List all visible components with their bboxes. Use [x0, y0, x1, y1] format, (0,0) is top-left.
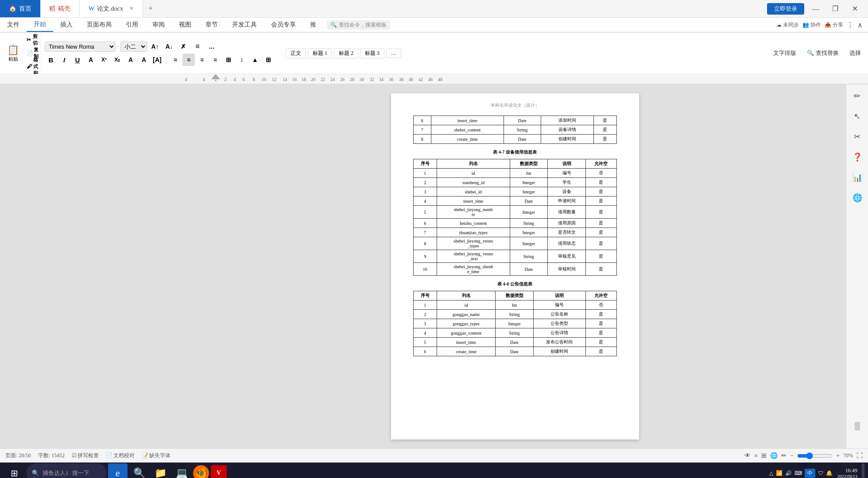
taskbar-computer-icon[interactable]: 💻 — [172, 463, 191, 478]
panel-icon-help[interactable]: ❓ — [849, 149, 865, 165]
tab-push[interactable]: 推 — [303, 18, 323, 32]
size-select[interactable]: 小二 — [120, 42, 147, 52]
format-btn1[interactable]: ≡ — [191, 40, 204, 53]
close-button[interactable]: ✕ — [847, 1, 863, 17]
notification-icon[interactable]: 🔔 — [826, 470, 833, 477]
collab-btn[interactable]: 👥 协作 — [802, 21, 821, 29]
tab-insert[interactable]: 插入 — [53, 18, 80, 32]
tab-page-layout[interactable]: 页面布局 — [80, 18, 119, 32]
search-box[interactable]: 🔍 查找命令，搜索模板 — [327, 20, 390, 30]
panel-icon-cursor[interactable]: ↖ — [849, 108, 865, 124]
panel-icon-globe[interactable]: 🌐 — [849, 190, 865, 206]
keyboard-icon[interactable]: ⌨ — [794, 470, 802, 477]
new-tab-button[interactable]: + — [143, 0, 158, 17]
grid-view[interactable]: ⊞ — [761, 452, 767, 459]
subscript-button[interactable]: X₂ — [111, 54, 124, 66]
taskbar-search-icon[interactable]: 🔍 — [129, 463, 149, 478]
taskbar-orange-icon[interactable]: 🐠 — [193, 465, 209, 478]
align-left-button[interactable]: ≡ — [169, 54, 182, 66]
input-method[interactable]: 中 — [805, 469, 815, 478]
vertical-scrollbar[interactable] — [855, 422, 860, 448]
align-center-button[interactable]: ≡ — [182, 54, 195, 66]
tab-review[interactable]: 审阅 — [145, 18, 172, 32]
tab-close-icon[interactable]: ✕ — [129, 5, 134, 12]
select-button[interactable]: 选择 — [846, 48, 864, 58]
tab-doc[interactable]: W 论文.docx ✕ — [80, 0, 143, 17]
fullscreen-btn[interactable]: ⛶ — [856, 452, 863, 459]
panel-icon-pen[interactable]: ✏ — [849, 88, 865, 104]
eye-view[interactable]: 👁 — [744, 452, 751, 459]
font-grow-button[interactable]: A↑ — [149, 40, 161, 53]
bold-button[interactable]: B — [45, 54, 57, 66]
ruler: 4 4 2 2 4 6 8 10 12 14 16 18 20 22 24 26… — [0, 74, 868, 85]
format-brush-button[interactable]: 🖌 格式刷 — [27, 60, 39, 73]
paragraph-shade-button[interactable]: ▲ — [249, 54, 261, 66]
clear-format-button[interactable]: ✗ — [177, 40, 190, 53]
font-color-button[interactable]: A — [85, 54, 97, 66]
columns-button[interactable]: ⊞ — [222, 54, 235, 66]
taskbar: ⊞ 🔍 捕鱼达人1 搜一下 e 🔍 📁 💻 🐠 V △ 📶 🔊 ⌨ 中 🛡 🔔 … — [0, 463, 868, 478]
underline-button[interactable]: U — [71, 54, 84, 66]
zoom-in[interactable]: + — [836, 452, 840, 459]
style-normal[interactable]: 正文 — [286, 48, 306, 58]
web-view[interactable]: 🌐 — [770, 452, 778, 459]
tab-draft[interactable]: 稻 稿壳 — [40, 0, 80, 17]
style-h3[interactable]: 标题 3 — [360, 48, 384, 58]
svg-text:28: 28 — [350, 77, 354, 82]
align-right-button[interactable]: ≡ — [196, 54, 208, 66]
font-select[interactable]: Times New Roma — [45, 42, 116, 52]
spell-check[interactable]: ☑ 拼写检查 — [72, 452, 99, 459]
sync-btn[interactable]: ☁ 未同步 — [776, 21, 799, 29]
volume-icon[interactable]: 🔊 — [785, 470, 792, 477]
minimize-button[interactable]: — — [808, 1, 824, 17]
restore-button[interactable]: ❐ — [827, 1, 843, 17]
taskbar-folder-icon[interactable]: 📁 — [151, 463, 170, 478]
doc-scroll-area[interactable]: 本科生毕业论文（设计） 6insert_timeDate添加时间是7shebei… — [184, 85, 846, 448]
tab-file[interactable]: 文件 — [0, 18, 27, 32]
zoom-slider[interactable] — [797, 452, 833, 459]
style-h1[interactable]: 标题 1 — [308, 48, 332, 58]
text-layout-button[interactable]: 文字排版 — [770, 48, 800, 58]
style-more[interactable]: … — [386, 49, 401, 58]
cut-button[interactable]: ✂ 剪切 — [27, 34, 39, 46]
line-spacing-button[interactable]: ↕ — [236, 54, 248, 66]
tab-section[interactable]: 章节 — [198, 18, 225, 32]
svg-text:16: 16 — [292, 77, 297, 82]
style-h2[interactable]: 标题 2 — [334, 48, 358, 58]
show-desktop-btn[interactable] — [862, 463, 864, 478]
tab-home[interactable]: 🏠 首页 — [0, 0, 40, 17]
superscript-button[interactable]: X² — [98, 54, 110, 66]
tab-references[interactable]: 引用 — [119, 18, 145, 32]
align-justify-button[interactable]: ≡ — [209, 54, 221, 66]
tab-view[interactable]: 视图 — [172, 18, 198, 32]
taskbar-cortana[interactable]: 🔍 捕鱼达人1 搜一下 — [27, 463, 106, 478]
tab-member[interactable]: 会员专享 — [264, 18, 303, 32]
border-button[interactable]: ⊞ — [262, 54, 275, 66]
panel-icon-cut[interactable]: ✂ — [849, 129, 865, 145]
highlight-button[interactable]: A — [124, 54, 137, 66]
collapse-btn[interactable]: ∧ — [857, 21, 863, 29]
char-shade-button[interactable]: A — [138, 54, 150, 66]
login-button[interactable]: 立即登录 — [767, 3, 804, 15]
find-replace-button[interactable]: 🔍 查找替换 — [803, 48, 842, 58]
italic-button[interactable]: I — [58, 54, 70, 66]
tab-start[interactable]: 开始 — [27, 18, 53, 32]
taskbar-browser-icon[interactable]: e — [108, 463, 128, 478]
taskbar-red-icon[interactable]: V — [211, 465, 227, 478]
more-btn[interactable]: ⋮ — [847, 21, 854, 29]
doc-check[interactable]: 📄 文档校对 — [106, 452, 135, 459]
font-shrink-button[interactable]: A↓ — [163, 40, 175, 53]
tab-developer[interactable]: 开发工具 — [225, 18, 264, 32]
paste-label[interactable]: 粘贴 — [8, 56, 18, 62]
char-border-button[interactable]: [A] — [151, 54, 163, 66]
missing-font[interactable]: 📝 缺失字体 — [142, 452, 170, 459]
start-button[interactable]: ⊞ — [4, 463, 25, 478]
format-btn2[interactable]: … — [205, 40, 218, 53]
word-count: 字数: 15452 — [38, 452, 65, 459]
list-view[interactable]: ≡ — [754, 452, 758, 459]
share-btn[interactable]: 📤 分享 — [825, 21, 843, 29]
zoom-out[interactable]: − — [790, 452, 794, 459]
edit-view[interactable]: ✏ — [781, 452, 787, 459]
doc-icon: 📄 — [106, 452, 112, 459]
panel-icon-chart[interactable]: 📊 — [849, 170, 865, 185]
